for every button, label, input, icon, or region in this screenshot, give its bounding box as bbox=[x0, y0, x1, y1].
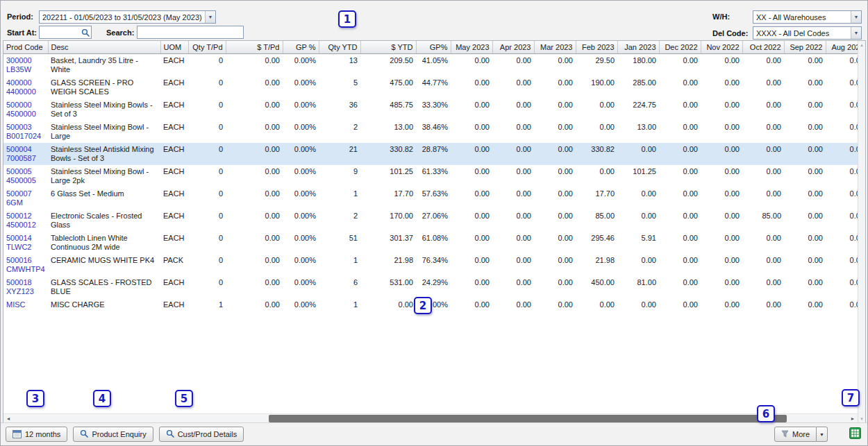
cell-mar-2023: 0.00 bbox=[534, 165, 576, 187]
column-header-prod-code[interactable]: Prod Code bbox=[3, 41, 48, 54]
column-header-gp[interactable]: GP% bbox=[416, 41, 451, 54]
prod-code-link-2[interactable]: 4500005 bbox=[6, 176, 45, 185]
cell-jan-2023: 101.25 bbox=[617, 165, 659, 187]
cell-amt-ytd: 21.98 bbox=[360, 254, 416, 276]
chevron-down-icon: ▼ bbox=[851, 11, 861, 23]
column-header-mar-2023[interactable]: Mar 2023 bbox=[534, 41, 576, 54]
table-row[interactable]: 500003B0017024Stainless Steel Mixing Bow… bbox=[3, 121, 858, 143]
cell-amt-ytd: 101.25 bbox=[360, 165, 416, 187]
table-row[interactable]: 500016CMWHTP4CERAMIC MUGS WHITE PK4PACK0… bbox=[3, 254, 858, 276]
column-header-sep-2022[interactable]: Sep 2022 bbox=[784, 41, 826, 54]
column-header-t-pd[interactable]: $ T/Pd bbox=[226, 41, 283, 54]
column-header-gp[interactable]: GP % bbox=[283, 41, 319, 54]
table-row[interactable]: 5000124500012Electronic Scales - Frosted… bbox=[3, 209, 858, 232]
cell-sep-2022: 0.00 bbox=[784, 232, 826, 254]
table-row[interactable]: 5000047000587Stainless Steel Antiskid Mi… bbox=[3, 143, 858, 165]
prod-code-link-2[interactable]: 4400000 bbox=[6, 87, 45, 96]
table-row[interactable]: 500018XYZ123GLASS SCALES - FROSTED BLUEE… bbox=[3, 276, 858, 298]
cell-prod-code: MISC bbox=[3, 298, 48, 312]
cell-dec-2022: 0.00 bbox=[659, 143, 701, 165]
prod-code-link-2[interactable]: 4500000 bbox=[6, 110, 45, 119]
cell-uom: EACH bbox=[160, 276, 188, 298]
cell-nov-2022: 0.00 bbox=[701, 209, 742, 232]
scroll-up-icon[interactable]: ▲ bbox=[860, 41, 864, 49]
column-header-desc[interactable]: Desc bbox=[48, 41, 160, 54]
cell-gp-ytd: 33.30% bbox=[416, 98, 451, 121]
column-header-oct-2022[interactable]: Oct 2022 bbox=[742, 41, 784, 54]
cell-amt-ytd: 485.75 bbox=[360, 98, 416, 121]
cell-sep-2022: 0.00 bbox=[784, 298, 826, 312]
prod-code-link[interactable]: 500012 bbox=[6, 212, 45, 221]
more-dropdown-arrow-button[interactable]: ▼ bbox=[817, 427, 828, 442]
prod-code-link[interactable]: 500014 bbox=[6, 234, 45, 243]
vertical-scrollbar[interactable]: ▲ ▼ bbox=[858, 41, 865, 423]
period-dropdown[interactable]: 202211 - 01/05/2023 to 31/05/2023 (May 2… bbox=[39, 10, 216, 24]
cell-nov-2022: 0.00 bbox=[701, 187, 742, 209]
twelve-months-button[interactable]: 12 months bbox=[6, 427, 67, 442]
prod-code-link-2[interactable]: 7000587 bbox=[6, 154, 45, 163]
column-header-nov-2022[interactable]: Nov 2022 bbox=[701, 41, 742, 54]
cell-mar-2023: 0.00 bbox=[534, 98, 576, 121]
cust-prod-details-button[interactable]: Cust/Prod Details bbox=[159, 427, 244, 442]
prod-code-link-2[interactable]: TLWC2 bbox=[6, 243, 45, 252]
table-row[interactable]: 5000004500000Stainless Steel Mixing Bowl… bbox=[3, 98, 858, 121]
del-code-label: Del Code: bbox=[712, 29, 748, 37]
prod-code-link[interactable]: 500007 bbox=[6, 189, 45, 198]
start-at-input[interactable] bbox=[40, 26, 80, 38]
del-code-dropdown[interactable]: XXXX - All Del Codes ▼ bbox=[753, 26, 862, 40]
prod-code-link-2[interactable]: B0017024 bbox=[6, 132, 45, 141]
prod-code-link-2[interactable]: LB35W bbox=[6, 65, 45, 74]
table-row[interactable]: 5000076GM6 Glass Set - MediumEACH00.000.… bbox=[3, 187, 858, 209]
column-header-may-2023[interactable]: May 2023 bbox=[451, 41, 492, 54]
prod-code-link[interactable]: 500004 bbox=[6, 145, 45, 154]
cell-feb-2023: 0.00 bbox=[576, 165, 617, 187]
prod-code-link[interactable]: 400000 bbox=[6, 78, 45, 87]
cell-aug-2022: 0.00 bbox=[826, 98, 858, 121]
prod-code-link-2[interactable]: 4500012 bbox=[6, 221, 45, 230]
table-row[interactable]: 4000004400000GLASS SCREEN - PRO WEIGH SC… bbox=[3, 76, 858, 98]
prod-code-link[interactable]: MISC bbox=[6, 300, 45, 309]
prod-code-link[interactable]: 500018 bbox=[6, 278, 45, 287]
horizontal-scrollbar-thumb[interactable] bbox=[269, 415, 787, 422]
prod-code-link[interactable]: 300000 bbox=[6, 56, 45, 65]
cell-feb-2023: 0.00 bbox=[576, 121, 617, 143]
prod-code-link-2[interactable]: CMWHTP4 bbox=[6, 265, 45, 274]
cell-mar-2023: 0.00 bbox=[534, 187, 576, 209]
product-enquiry-button[interactable]: Product Enquiry bbox=[73, 427, 153, 442]
column-header-apr-2023[interactable]: Apr 2023 bbox=[492, 41, 534, 54]
table-row[interactable]: 300000LB35WBasket, Laundry 35 Litre - Wh… bbox=[3, 54, 858, 77]
cell-desc: Electronic Scales - Frosted Glass bbox=[48, 209, 160, 232]
cell-gp-ytd: 28.87% bbox=[416, 143, 451, 165]
warehouse-dropdown[interactable]: XX - All Warehouses ▼ bbox=[753, 10, 862, 24]
more-button[interactable]: More bbox=[774, 427, 817, 442]
table-row[interactable]: 5000054500005Stainless Steel Mixing Bowl… bbox=[3, 165, 858, 187]
cell-sep-2022: 0.00 bbox=[784, 98, 826, 121]
column-header-dec-2022[interactable]: Dec 2022 bbox=[659, 41, 701, 54]
cell-may-2023: 0.00 bbox=[451, 276, 492, 298]
cell-may-2023: 0.00 bbox=[451, 209, 492, 232]
horizontal-scrollbar[interactable]: ◄ ► bbox=[3, 413, 858, 423]
prod-code-link[interactable]: 500005 bbox=[6, 167, 45, 176]
cell-amt-tpd: 0.00 bbox=[226, 98, 283, 121]
column-header-jan-2023[interactable]: Jan 2023 bbox=[617, 41, 659, 54]
cell-dec-2022: 0.00 bbox=[659, 121, 701, 143]
column-header-ytd[interactable]: $ YTD bbox=[360, 41, 416, 54]
prod-code-link[interactable]: 500016 bbox=[6, 256, 45, 265]
column-header-aug-2022[interactable]: Aug 2022 bbox=[826, 41, 858, 54]
column-header-feb-2023[interactable]: Feb 2023 bbox=[576, 41, 617, 54]
prod-code-link[interactable]: 500003 bbox=[6, 123, 45, 132]
annotation-marker-5: 5 bbox=[175, 390, 193, 407]
prod-code-link-2[interactable]: XYZ123 bbox=[6, 287, 45, 296]
prod-code-link-2[interactable]: 6GM bbox=[6, 198, 45, 207]
column-header-uom[interactable]: UOM bbox=[160, 41, 188, 54]
prod-code-link[interactable]: 500000 bbox=[6, 101, 45, 110]
cell-nov-2022: 0.00 bbox=[701, 254, 742, 276]
column-header-qty-t-pd[interactable]: Qty T/Pd bbox=[188, 41, 226, 54]
table-row[interactable]: 500014TLWC2Tablecloth Linen White Contin… bbox=[3, 232, 858, 254]
search-input[interactable] bbox=[137, 26, 243, 38]
column-header-qty-ytd[interactable]: Qty YTD bbox=[319, 41, 360, 54]
cell-gp-tpd: 0.00% bbox=[283, 121, 319, 143]
cell-gp-tpd: 0.00% bbox=[283, 276, 319, 298]
export-excel-button[interactable] bbox=[847, 427, 862, 442]
search-icon[interactable] bbox=[80, 28, 91, 37]
